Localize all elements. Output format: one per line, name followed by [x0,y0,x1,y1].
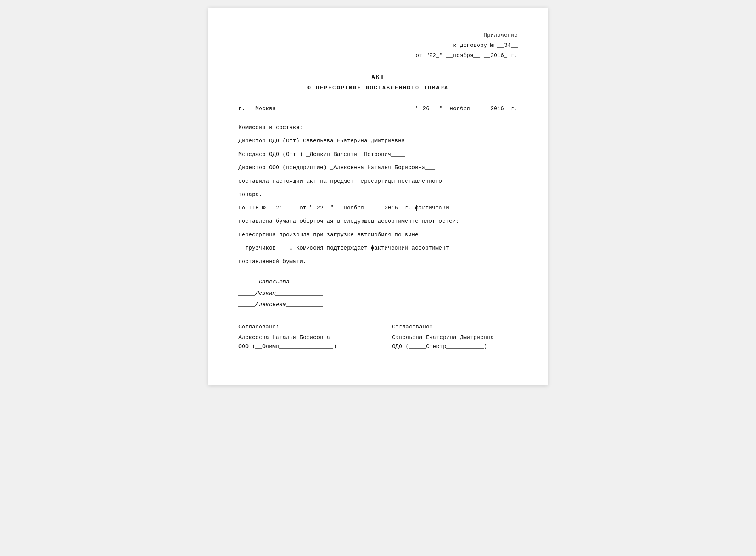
body-line6: По ТТН № __21____ от "_22__" __ноября___… [238,203,518,213]
city-date-row: г. __Москва_____ " 26__ " _ноября____ _2… [238,105,518,114]
body-line3: Директор ООО (предприятие) _Алексеева На… [238,163,518,173]
signature-1: ______Савельева________ [238,278,518,287]
agreement-right-label: Согласовано: [392,323,518,332]
body-line4: составила настоящий акт на предмет перес… [238,177,518,186]
signature-3: _____Алексеева___________ [238,300,518,310]
signature-2: _____Левкин______________ [238,289,518,298]
body-line7: поставлена бумага оберточная в следующем… [238,217,518,226]
date: " 26__ " _ноября____ _2016_ г. [416,105,518,114]
body-line2: Менеджер ОДО (Опт ) _Левкин Валентин Пет… [238,150,518,160]
header-line1: Приложение [238,30,518,40]
agreement-left-org: ООО (__Олимп________________) [238,342,364,351]
agreement-right: Согласовано: Савельева Екатерина Дмитрие… [392,323,518,351]
body-line8: Пересортица произошла при загрузке автом… [238,230,518,240]
agreement-left-name: Алексеева Наталья Борисовна [238,333,364,342]
title-line2: О ПЕРЕСОРТИЦЕ ПОСТАВЛЕННОГО ТОВАРА [238,83,518,93]
signatures-section: ______Савельева________ _____Левкин_____… [238,278,518,310]
body-line10: поставленной бумаги. [238,257,518,267]
agreement-right-org: ОДО (_____Спектр___________) [392,342,518,351]
agreement-left: Согласовано: Алексеева Наталья Борисовна… [238,323,364,351]
agreement-section: Согласовано: Алексеева Наталья Борисовна… [238,323,518,351]
agreement-left-label: Согласовано: [238,323,364,332]
body-line1: Директор ОДО (Опт) Савельева Екатерина Д… [238,136,518,146]
commission-intro: Комиссия в составе: [238,123,518,133]
city: г. __Москва_____ [238,105,293,114]
title-section: АКТ О ПЕРЕСОРТИЦЕ ПОСТАВЛЕННОГО ТОВАРА [238,72,518,93]
header-line3: от "22_" __ноября__ __2016_ г. [238,51,518,61]
title-line1: АКТ [238,72,518,83]
header-section: Приложение к договору № __34__ от "22_" … [238,30,518,61]
agreement-right-name: Савельева Екатерина Дмитриевна [392,333,518,342]
body-line9: __грузчиков___ . Комиссия подтверждает ф… [238,243,518,253]
body-line5: товара. [238,190,518,200]
header-line2: к договору № __34__ [238,40,518,51]
document-page: Приложение к договору № __34__ от "22_" … [208,8,548,385]
